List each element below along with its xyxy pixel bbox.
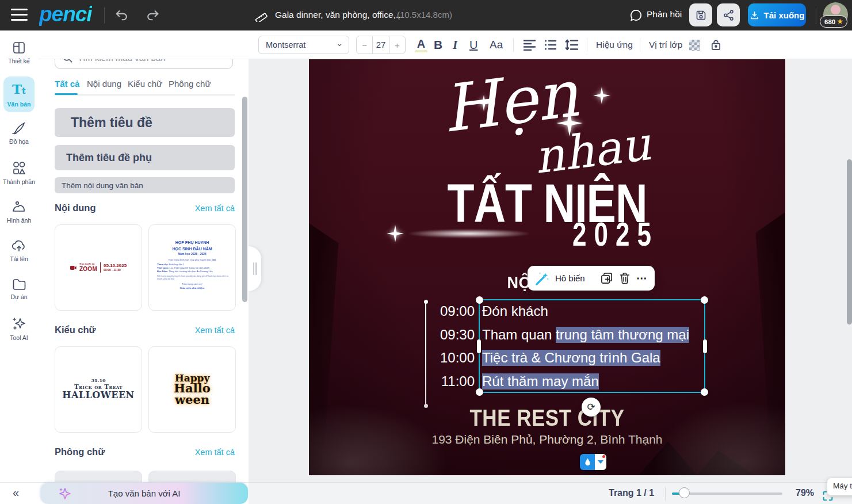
sidebar-item-graphics[interactable]: Đồ họa xyxy=(0,121,38,145)
see-all-link[interactable]: Xem tất cả xyxy=(195,326,235,335)
selection-box[interactable] xyxy=(479,299,705,393)
canvas-venue[interactable]: THE REST CITY xyxy=(309,404,785,431)
selection-handle-sw[interactable] xyxy=(476,388,483,396)
water-drop-icon xyxy=(584,458,591,466)
page-scrollbar[interactable] xyxy=(847,159,852,324)
ai-generate-button[interactable]: Tạo văn bản với AI xyxy=(40,483,248,504)
selection-handle-se[interactable] xyxy=(701,388,708,396)
font-select[interactable]: Montserrat ⌄ xyxy=(258,36,349,54)
sidebar-item-images[interactable]: Hình ảnh xyxy=(0,200,38,224)
section-title: Phông chữ xyxy=(55,446,105,457)
text-case-button[interactable]: Aa xyxy=(490,30,503,59)
add-body-text-button[interactable]: Thêm nội dung văn bản xyxy=(55,177,235,193)
text-icon: Tt xyxy=(12,82,26,98)
text-color-button[interactable]: A xyxy=(415,30,427,59)
add-heading-button[interactable]: Thêm tiêu đề xyxy=(55,108,235,137)
share-button[interactable] xyxy=(717,3,740,26)
bold-button[interactable]: B xyxy=(434,30,442,59)
font-size-increase[interactable]: + xyxy=(389,40,405,50)
panel-collapse-handle[interactable] xyxy=(249,246,261,291)
folder-icon xyxy=(12,278,26,291)
see-all-link[interactable]: Xem tất cả xyxy=(195,204,235,213)
download-button[interactable]: Tải xuống xyxy=(748,3,806,26)
sidebar-item-upload[interactable]: Tải lên xyxy=(0,239,38,262)
rotate-handle[interactable]: ⟳ xyxy=(582,398,601,417)
selection-handle-nw[interactable] xyxy=(476,296,483,304)
selection-handle-ne[interactable] xyxy=(701,296,708,304)
template-card-meeting[interactable]: HỌP PHỤ HUYNH HỌC SINH ĐẦU NĂM Năm học 2… xyxy=(148,224,236,311)
selection-handle-w[interactable] xyxy=(477,339,481,353)
workspace: Hẹn nhau TẤT NIÊN 2025 NỘI DUNG 09:00Đón… xyxy=(249,59,852,482)
transparency-button[interactable] xyxy=(689,40,700,51)
font-name: Montserrat xyxy=(266,40,305,49)
doc-title[interactable]: Gala dinner, văn phòng, office,... xyxy=(275,10,403,20)
template-card-happyhalloween[interactable]: Happy Hallo ween xyxy=(148,346,236,433)
redo-button[interactable] xyxy=(146,9,160,22)
hamburger-menu-icon[interactable] xyxy=(11,9,28,21)
timeline-line xyxy=(425,302,426,406)
canvas-address[interactable]: 193 Điện Biên Phủ, Phường 2, Bình Thạnh xyxy=(309,433,785,446)
tab-content[interactable]: Nội dung xyxy=(87,79,121,89)
sidebar-item-text[interactable]: Tt Văn bản xyxy=(3,77,35,112)
doc-size: (10.5x14.8cm) xyxy=(397,10,452,20)
sidebar-item-label: Thành phần xyxy=(3,178,35,185)
credits-value: 680 xyxy=(824,18,835,25)
download-label: Tải xuống xyxy=(764,10,805,20)
panel-scrollbar[interactable] xyxy=(242,97,247,302)
dropdown-arrow[interactable] xyxy=(598,460,603,464)
template-card-zoom[interactable]: Trực tuyến tạiZOOM 05.10.202509:00 - 11:… xyxy=(55,224,142,311)
ruler-icon xyxy=(255,9,268,22)
italic-button[interactable]: I xyxy=(453,30,457,59)
effects-button[interactable]: Hiệu ứng xyxy=(596,30,633,59)
meeting-sign: Giáo viên chủ nhiệm xyxy=(154,287,231,291)
selection-handle-e[interactable] xyxy=(703,339,707,353)
text-panel: Tất cả Nội dung Kiểu chữ Phông chữ Thêm … xyxy=(38,30,249,504)
sidebar-item-label: Dự án xyxy=(10,293,27,300)
template-card-trickortreat[interactable]: 31.10 Trick or Treat HALLOWEEN xyxy=(55,346,142,433)
tab-typestyle[interactable]: Kiểu chữ xyxy=(128,79,162,89)
save-button[interactable] xyxy=(689,3,712,26)
sidebar-item-tool-ai[interactable]: Tool AI xyxy=(0,316,38,341)
download-icon xyxy=(750,10,759,20)
add-subheading-button[interactable]: Thêm tiêu đề phụ xyxy=(55,145,235,170)
sidebar-item-projects[interactable]: Dự án xyxy=(0,278,38,300)
font-size-value[interactable]: 27 xyxy=(372,36,389,54)
meeting-title1: HỌP PHỤ HUYNH xyxy=(154,240,231,246)
lock-button[interactable] xyxy=(710,39,722,51)
delete-button[interactable] xyxy=(618,272,631,285)
bullet-list-button[interactable] xyxy=(544,30,557,59)
cloud-upload-icon xyxy=(12,239,26,253)
meeting-title2: HỌC SINH ĐẦU NĂM xyxy=(154,246,231,253)
zoom-percentage[interactable]: 79% xyxy=(796,488,814,498)
tab-font[interactable]: Phông chữ xyxy=(169,79,211,89)
tooltip: Máy t xyxy=(827,478,852,495)
sidebar-item-components[interactable]: Thành phần xyxy=(0,161,38,185)
line-spacing-button[interactable] xyxy=(565,30,579,59)
canvas-title[interactable]: TẤT NIÊN xyxy=(309,172,785,235)
sparkle-star xyxy=(556,110,583,136)
page-indicator[interactable]: Trang 1 / 1 xyxy=(609,488,654,498)
more-options-button[interactable]: ⋯ xyxy=(636,272,648,285)
layer-position-button[interactable]: Vị trí lớp xyxy=(649,30,682,59)
collapse-sidebar-button[interactable]: « xyxy=(13,486,19,499)
section-header-typestyle: Kiểu chữ Xem tất cả xyxy=(55,324,235,335)
image-icon xyxy=(12,200,26,214)
see-all-link[interactable]: Xem tất cả xyxy=(195,448,235,457)
magic-button[interactable]: Hô biến xyxy=(555,273,585,283)
star-icon: ★ xyxy=(837,18,843,25)
undo-button[interactable] xyxy=(114,9,129,22)
align-button[interactable] xyxy=(523,30,536,59)
credits-badge[interactable]: 680 ★ xyxy=(820,16,847,28)
water-drop-extension-button[interactable] xyxy=(580,454,606,470)
duplicate-button[interactable] xyxy=(600,272,613,285)
sidebar-item-design[interactable]: Thiết kế xyxy=(0,41,38,64)
font-size-decrease[interactable]: − xyxy=(357,40,372,50)
feedback-button[interactable]: Phản hồi xyxy=(647,9,682,20)
sparkles-icon xyxy=(12,316,26,331)
zoom-slider-knob[interactable] xyxy=(679,487,690,498)
underline-button[interactable]: U xyxy=(469,30,477,59)
canvas-year[interactable]: 2025 xyxy=(572,216,659,253)
sidebar-item-label: Đồ họa xyxy=(9,138,29,145)
penci-logo[interactable]: penci xyxy=(39,2,92,26)
tab-all[interactable]: Tất cả xyxy=(55,79,79,89)
